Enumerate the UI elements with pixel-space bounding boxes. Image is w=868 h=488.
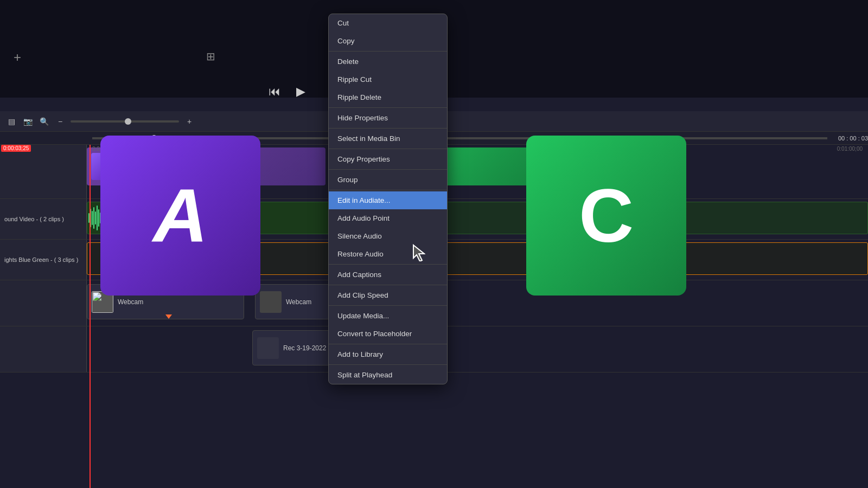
rewind-button[interactable]: ⏮ [266, 83, 283, 100]
menu-item-split-at-playhead[interactable]: Split at Playhead [329, 366, 447, 384]
ruler-mark-2: 0:01:00;00 [837, 146, 863, 152]
playhead-line [90, 145, 91, 488]
menu-item-add-captions-label: Add Captions [337, 271, 381, 279]
separator-7 [329, 264, 447, 265]
preview-clip-c-letter: C [579, 172, 634, 260]
timestamp-badge: 0:00:03;25 [1, 145, 31, 152]
zoom-out-icon[interactable]: − [54, 115, 66, 127]
menu-item-copy-label: Copy [337, 37, 355, 45]
menu-item-add-audio-point[interactable]: Add Audio Point [329, 209, 447, 227]
separator-6 [329, 190, 447, 190]
zoom-slider[interactable] [71, 120, 179, 123]
menu-item-add-to-library-label: Add to Library [337, 350, 383, 358]
separator-2 [329, 107, 447, 108]
menu-item-split-at-playhead-label: Split at Playhead [337, 371, 392, 379]
playback-controls: ⏮ ▶ [266, 83, 309, 100]
waveform-bar [98, 209, 99, 227]
separator-5 [329, 169, 447, 170]
menu-item-hide-properties[interactable]: Hide Properties [329, 109, 447, 127]
menu-item-edit-in-audiate-label: Edit in Audiate... [337, 196, 391, 204]
webcam-clip-1-label: Webcam [118, 298, 143, 306]
menu-item-ripple-cut-label: Ripple Cut [337, 75, 372, 84]
search-icon[interactable]: 🔍 [38, 115, 50, 127]
time-display-right: 00 : 00 : 03 [838, 135, 868, 142]
menu-item-add-clip-speed-label: Add Clip Speed [337, 291, 388, 299]
preview-clip-c: C [526, 136, 686, 296]
webcam-thumb-2 [260, 291, 282, 313]
app-background: A C + ⊞ ⏮ ▶ ▤ 📷 🔍 − + 00 : 00 : 03 0:00:… [0, 0, 868, 488]
menu-item-edit-in-audiate[interactable]: Edit in Audiate... [329, 191, 447, 209]
zoom-in-icon[interactable]: + [183, 115, 195, 127]
separator-10 [329, 344, 447, 344]
separator-1 [329, 51, 447, 52]
menu-item-silence-audio[interactable]: Silence Audio [329, 227, 447, 245]
play-button[interactable]: ▶ [292, 83, 309, 100]
grid-view-button[interactable]: ⊞ [206, 50, 215, 63]
menu-item-ripple-cut[interactable]: Ripple Cut [329, 70, 447, 88]
add-media-button[interactable]: + [14, 50, 21, 65]
menu-item-update-media[interactable]: Update Media... [329, 307, 447, 325]
separator-9 [329, 305, 447, 306]
rec-thumb [257, 337, 279, 359]
menu-item-delete[interactable]: Delete [329, 53, 447, 70]
menu-item-copy-properties[interactable]: Copy Properties [329, 150, 447, 168]
menu-item-restore-audio[interactable]: Restore Audio [329, 245, 447, 263]
menu-item-delete-label: Delete [337, 57, 359, 66]
menu-item-select-in-media-bin[interactable]: Select in Media Bin [329, 130, 447, 147]
preview-clip-a-letter: A [153, 172, 208, 260]
track-label-5 [0, 326, 87, 372]
menu-item-add-captions[interactable]: Add Captions [329, 266, 447, 284]
menu-item-copy[interactable]: Copy [329, 32, 447, 50]
track-content-5: Rec 3-19-2022 [87, 326, 868, 372]
waveform-bar [93, 207, 94, 229]
webcam-marker-1 [165, 314, 172, 319]
zoom-slider-knob[interactable] [125, 118, 131, 125]
track-name-2: ound Video - ( 2 clips ) [4, 216, 64, 222]
webcam-clip-2-label: Webcam [286, 298, 311, 306]
menu-item-cut-label: Cut [337, 19, 349, 27]
track-label-1 [0, 145, 87, 198]
separator-3 [329, 128, 447, 129]
menu-item-hide-properties-label: Hide Properties [337, 114, 388, 122]
track-name-3: ights Blue Green - ( 3 clips ) [4, 256, 78, 263]
menu-item-convert-to-placeholder[interactable]: Convert to Placeholder [329, 325, 447, 343]
waveform-bar [92, 211, 93, 225]
menu-item-add-to-library[interactable]: Add to Library [329, 345, 447, 363]
menu-item-add-clip-speed[interactable]: Add Clip Speed [329, 286, 447, 304]
preview-clip-a: A [100, 136, 260, 296]
context-menu: Cut Copy Delete Ripple Cut Ripple Delete… [328, 14, 448, 384]
menu-item-update-media-label: Update Media... [337, 312, 389, 320]
track-icon[interactable]: ▤ [5, 115, 17, 127]
track-label-2: ound Video - ( 2 clips ) [0, 199, 87, 239]
menu-item-group[interactable]: Group [329, 171, 447, 189]
menu-item-copy-properties-label: Copy Properties [337, 155, 390, 163]
separator-4 [329, 149, 447, 149]
menu-item-select-in-media-bin-label: Select in Media Bin [337, 134, 400, 143]
menu-item-group-label: Group [337, 176, 358, 184]
track-label-4 [0, 280, 87, 326]
menu-item-convert-to-placeholder-label: Convert to Placeholder [337, 330, 412, 338]
waveform-bar [97, 206, 98, 230]
separator-11 [329, 364, 447, 365]
waveform-bar [95, 211, 96, 224]
camera-icon[interactable]: 📷 [22, 115, 34, 127]
rec-clip-label: Rec 3-19-2022 [283, 344, 326, 352]
menu-item-silence-audio-label: Silence Audio [337, 232, 382, 240]
separator-8 [329, 285, 447, 285]
menu-item-restore-audio-label: Restore Audio [337, 250, 384, 258]
menu-item-cut[interactable]: Cut [329, 14, 447, 32]
menu-item-add-audio-point-label: Add Audio Point [337, 214, 390, 222]
track-label-3: ights Blue Green - ( 3 clips ) [0, 240, 87, 280]
menu-item-ripple-delete-label: Ripple Delete [337, 93, 381, 101]
ruler-mark-0: 0:0 [92, 146, 100, 152]
menu-item-ripple-delete[interactable]: Ripple Delete [329, 88, 447, 106]
